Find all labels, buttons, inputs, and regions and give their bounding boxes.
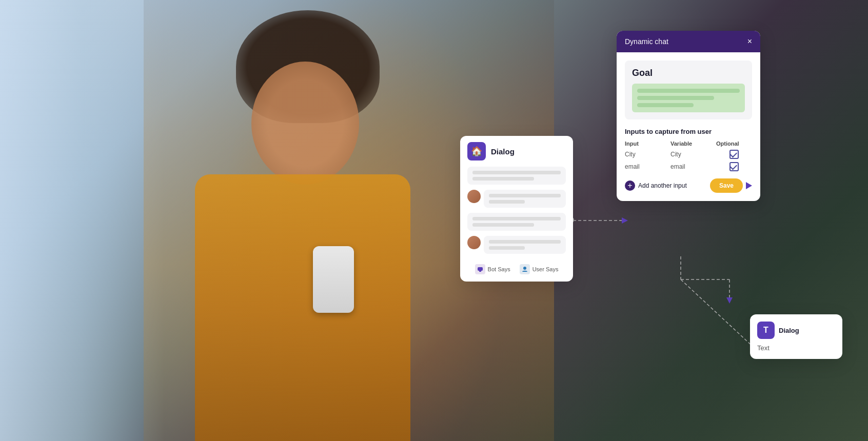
table-row: email email (625, 162, 752, 171)
panel-header: Dynamic chat × (617, 31, 760, 52)
inputs-section: Inputs to capture from user Input Variab… (625, 128, 752, 171)
svg-marker-1 (622, 217, 628, 224)
panel-title: Dynamic chat (625, 37, 668, 46)
bot-bubble-1 (467, 167, 566, 185)
ui-overlay: Dynamic chat × Goal Inputs to capture fr… (437, 0, 868, 441)
svg-rect-9 (479, 271, 481, 272)
dynamic-chat-panel: Dynamic chat × Goal Inputs to capture fr… (617, 31, 760, 201)
checkbox-city[interactable] (716, 150, 752, 159)
goal-title: Goal (632, 68, 745, 78)
svg-marker-5 (726, 297, 733, 304)
user-says-button[interactable]: User Says (520, 264, 559, 274)
table-header: Input Variable Optional (625, 141, 752, 147)
dialog-card-footer: Bot Says User Says (460, 259, 573, 274)
goal-line-3 (637, 103, 694, 107)
variable-email: email (670, 163, 714, 170)
svg-line-6 (681, 279, 755, 349)
add-input-label: Add another input (638, 182, 687, 189)
checkbox-email[interactable] (716, 162, 752, 171)
list-item (467, 167, 566, 185)
add-another-input-button[interactable]: + Add another input (625, 181, 687, 191)
dialog-small-header: T Dialog (757, 322, 835, 339)
add-input-row: + Add another input Save (625, 178, 752, 193)
panel-close-icon[interactable]: × (747, 37, 752, 46)
checkbox-icon-email (729, 162, 739, 171)
save-button[interactable]: Save (710, 178, 743, 193)
svg-rect-8 (478, 267, 483, 271)
col-input: Input (625, 141, 668, 147)
dialog-messages (460, 167, 573, 254)
user-says-label: User Says (532, 266, 559, 272)
svg-point-10 (523, 267, 526, 270)
checkbox-icon-city (729, 150, 739, 159)
dialog-card-main: 🏠 Dialog (460, 136, 573, 282)
inputs-title: Inputs to capture from user (625, 128, 752, 135)
user-icon (520, 264, 530, 274)
text-label: Text (757, 344, 835, 352)
col-optional: Optional (716, 141, 752, 147)
bot-says-button[interactable]: Bot Says (475, 264, 510, 274)
dialog-small-icon-label: T (763, 326, 768, 335)
arrow-icon (746, 182, 752, 189)
user-bubble-1 (484, 190, 566, 208)
goal-section: Goal (625, 61, 752, 119)
dialog-small-icon: T (757, 322, 775, 339)
add-icon: + (625, 181, 635, 191)
user-bubble-2 (484, 236, 566, 254)
dialog-card-header: 🏠 Dialog (460, 136, 573, 167)
input-city: City (625, 151, 668, 158)
goal-green-area (632, 84, 745, 112)
goal-line-2 (637, 96, 714, 100)
avatar (467, 190, 481, 203)
bot-icon (475, 264, 485, 274)
table-row: City City (625, 150, 752, 159)
goal-line-1 (637, 89, 740, 93)
dialog-card-small: T Dialog Text (750, 314, 842, 359)
dialog-small-title: Dialog (779, 327, 799, 334)
list-item (467, 236, 566, 254)
input-email: email (625, 163, 668, 170)
col-variable: Variable (670, 141, 714, 147)
bot-bubble-2 (467, 213, 566, 231)
list-item (467, 190, 566, 208)
bot-says-label: Bot Says (488, 266, 510, 272)
panel-body: Goal Inputs to capture from user Input V… (617, 52, 760, 201)
variable-city: City (670, 151, 714, 158)
dialog-icon: 🏠 (467, 142, 486, 161)
list-item (467, 213, 566, 231)
avatar (467, 236, 481, 249)
dialog-card-title: Dialog (491, 147, 515, 156)
